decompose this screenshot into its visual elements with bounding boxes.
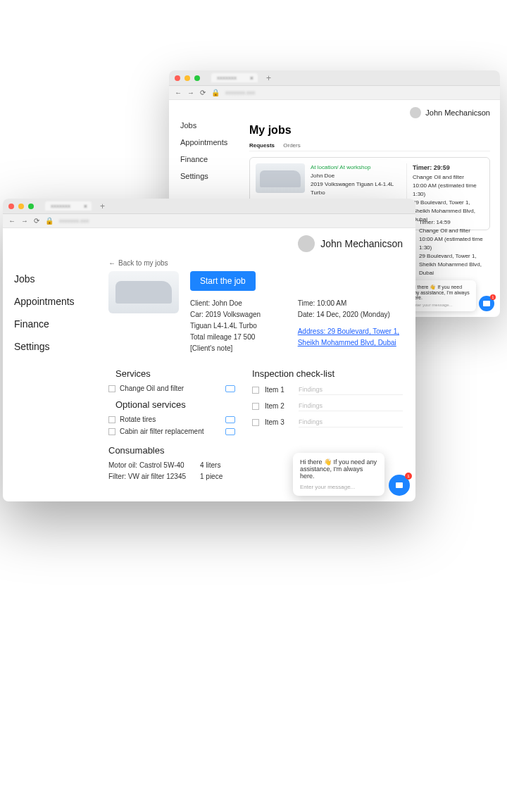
job-time: 10:00 AM (estimated time 1:30) [419, 235, 490, 252]
inspection-item: Item 1 Findings [252, 385, 403, 395]
client-note: [Client's note] [190, 343, 263, 354]
new-tab-icon[interactable]: + [100, 201, 105, 211]
arrow-left-icon: ← [108, 259, 115, 267]
findings-input[interactable]: Findings [299, 385, 403, 395]
sidebar-item-finance[interactable]: Finance [14, 318, 101, 330]
job-time: 10:00 AM (estimated time 1:30) [413, 182, 484, 199]
checkbox[interactable] [108, 416, 115, 423]
car-image [108, 271, 179, 313]
chat-input[interactable]: Enter your message... [300, 484, 377, 490]
inspection-label: Item 2 [265, 402, 293, 410]
findings-input[interactable]: Findings [299, 401, 403, 411]
start-job-button[interactable]: Start the job [190, 271, 256, 291]
service-label: Change Oil and filter [120, 385, 184, 392]
user-name: John Mechanicson [320, 238, 403, 249]
inspection-label: Item 1 [265, 386, 293, 394]
job-car: 2019 Volkswagen Tiguan L4-1.4L Turbo [311, 180, 401, 197]
url-text[interactable]: xxxxxxx.xxx [59, 218, 89, 224]
inspection-label: Item 3 [265, 418, 293, 426]
address-link[interactable]: Address: 29 Boulevard, Tower 1, Sheikh M… [298, 326, 403, 349]
sidebar: Jobs Appointments Finance Settings [3, 228, 101, 501]
window-min-dot[interactable] [184, 75, 190, 81]
date-label: Date: 14 Dec, 2020 (Monday) [298, 309, 403, 320]
titlebar: xxxxxxx× + [3, 199, 415, 214]
chat-toggle-button[interactable]: 1 [479, 296, 494, 311]
avatar[interactable] [410, 107, 421, 118]
window-close-dot[interactable] [8, 204, 14, 209]
checkbox[interactable] [252, 403, 259, 410]
services-title: Services [115, 368, 235, 379]
new-tab-icon[interactable]: + [266, 73, 271, 83]
job-status: At location/ At workshop [311, 163, 401, 172]
optional-service-label: Rotate tires [120, 416, 156, 423]
chat-greeting: Hi there 👋 If you need any assistance, I… [300, 458, 377, 480]
url-bar: ← → ⟳ 🔒 xxxxxxx.xxx [169, 86, 500, 100]
sidebar-item-jobs[interactable]: Jobs [14, 273, 101, 285]
nav-fwd-icon[interactable]: → [21, 217, 28, 225]
car-image [256, 163, 305, 193]
time-label: Time: 10:00 AM [298, 298, 403, 309]
chat-input[interactable]: Enter your message... [411, 303, 470, 307]
service-icon [225, 416, 235, 423]
nav-reload-icon[interactable]: ⟳ [34, 217, 39, 225]
url-text[interactable]: xxxxxxx.xxx [225, 89, 255, 96]
chat-greeting: Hi there 👋 If you need any assistance, I… [411, 285, 470, 300]
lock-icon: 🔒 [211, 89, 220, 96]
job-client: John Doe [311, 172, 401, 180]
optional-service-label: Cabin air filter replacement [120, 427, 204, 435]
foreground-browser-window: xxxxxxx× + ← → ⟳ 🔒 xxxxxxx.xxx Jobs Appo… [3, 199, 415, 501]
nav-back-icon[interactable]: ← [175, 89, 182, 96]
consumable-row: Filter: VW air filter 12345 1 piece [108, 473, 235, 480]
back-link-label: Back to my jobs [118, 259, 168, 267]
job-card-2-right[interactable]: Timer: 14:59 Change Oil and filter 10:00… [413, 218, 490, 277]
findings-input[interactable]: Findings [299, 417, 403, 427]
window-close-dot[interactable] [175, 75, 180, 81]
window-max-dot[interactable] [194, 75, 200, 81]
titlebar: xxxxxxx× + [169, 70, 500, 86]
service-icon [225, 385, 235, 392]
tab-close-icon[interactable]: × [250, 75, 254, 82]
inspection-item: Item 2 Findings [252, 401, 403, 411]
checkbox[interactable] [252, 387, 259, 394]
tab-close-icon[interactable]: × [84, 203, 87, 210]
url-bar: ← → ⟳ 🔒 xxxxxxx.xxx [3, 214, 415, 228]
consumables-title: Consumables [108, 445, 235, 456]
user-name: John Mechanicson [425, 108, 490, 117]
optional-service-item[interactable]: Rotate tires [108, 416, 235, 423]
nav-back-icon[interactable]: ← [8, 217, 15, 225]
tab-requests[interactable]: Requests [249, 142, 275, 149]
consumable-qty: 1 piece [200, 473, 223, 480]
browser-tab[interactable]: xxxxxxx× [45, 201, 92, 211]
nav-reload-icon[interactable]: ⟳ [200, 89, 206, 96]
client-label: Client: John Doe [190, 298, 263, 309]
optional-service-item[interactable]: Cabin air filter replacement [108, 427, 235, 435]
avatar[interactable] [298, 235, 315, 252]
sidebar-item-jobs[interactable]: Jobs [180, 121, 239, 130]
window-max-dot[interactable] [28, 204, 34, 209]
job-timer: Timer: 14:59 [419, 218, 490, 227]
tab-orders[interactable]: Orders [283, 142, 300, 149]
checkbox[interactable] [108, 428, 115, 435]
service-item[interactable]: Change Oil and filter [108, 385, 235, 392]
back-to-jobs-link[interactable]: ← Back to my jobs [108, 259, 403, 267]
chat-bubble: Hi there 👋 If you need any assistance, I… [406, 280, 476, 311]
chat-toggle-button[interactable]: 1 [389, 475, 410, 496]
checkbox[interactable] [252, 419, 259, 426]
chat-bubble: Hi there 👋 If you need any assistance, I… [293, 453, 384, 496]
consumable-row: Motor oil: Castrol 5W-40 4 liters [108, 461, 235, 469]
sidebar-item-appointments[interactable]: Appointments [14, 296, 101, 307]
car-label: Car: 2019 Volkswagen Tiguan L4-1.4L Turb… [190, 309, 263, 332]
window-min-dot[interactable] [18, 204, 24, 209]
mileage-label: Total mileage 17 500 [190, 332, 263, 343]
job-service: Change Oil and filter [419, 227, 490, 235]
nav-fwd-icon[interactable]: → [187, 89, 194, 96]
lock-icon: 🔒 [45, 217, 54, 225]
sidebar-item-appointments[interactable]: Appointments [180, 138, 239, 146]
sidebar-item-settings[interactable]: Settings [14, 341, 101, 352]
browser-tab[interactable]: xxxxxxx× [211, 73, 258, 82]
chat-icon [396, 482, 403, 488]
sidebar-item-finance[interactable]: Finance [180, 155, 239, 163]
consumable-name: Motor oil: Castrol 5W-40 [108, 461, 200, 469]
checkbox[interactable] [108, 385, 115, 392]
sidebar-item-settings[interactable]: Settings [180, 172, 239, 180]
